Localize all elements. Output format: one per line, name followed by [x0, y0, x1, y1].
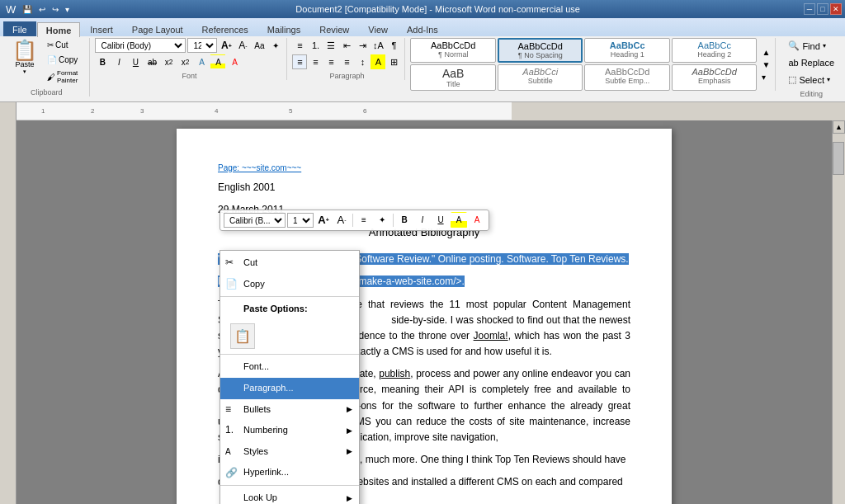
menu-item-paste-icons[interactable]: 📋: [220, 320, 359, 353]
mini-grow-button[interactable]: A+: [315, 212, 332, 228]
italic-button[interactable]: I: [111, 54, 126, 69]
editing-group-label: Editing: [784, 90, 838, 98]
numbering-menu-icon: 1.: [225, 422, 234, 438]
find-button[interactable]: 🔍 Find ▾: [784, 38, 838, 54]
show-hide-button[interactable]: ¶: [386, 38, 401, 53]
shrink-font-button[interactable]: A-: [235, 38, 250, 53]
style-heading1[interactable]: AaBbCc Heading 1: [584, 38, 670, 63]
maximize-button[interactable]: □: [817, 3, 828, 15]
line-spacing-button[interactable]: ↕: [355, 54, 370, 69]
mini-italic-button[interactable]: I: [414, 212, 431, 228]
styles-scroll-up[interactable]: ▲: [760, 46, 772, 59]
tab-add-ins[interactable]: Add-Ins: [398, 21, 447, 36]
clear-format-button[interactable]: ✦: [268, 38, 283, 53]
text-effects-button[interactable]: A: [194, 54, 209, 69]
joomla-link[interactable]: Joomla!: [474, 330, 508, 341]
menu-item-bullets[interactable]: ≡ Bullets ▶: [220, 399, 359, 421]
justify-button[interactable]: ≡: [339, 54, 354, 69]
select-button[interactable]: ⬚ Select ▾: [784, 72, 838, 87]
mini-format-button[interactable]: ≡: [356, 212, 372, 228]
strikethrough-button[interactable]: ab: [144, 54, 159, 69]
bullets-button[interactable]: ≡: [292, 38, 307, 53]
superscript-button[interactable]: x2: [177, 54, 192, 69]
paste-option-icon[interactable]: 📋: [230, 323, 255, 350]
align-right-button[interactable]: ≡: [323, 54, 338, 69]
change-case-button[interactable]: Aa: [252, 38, 267, 53]
grow-font-button[interactable]: A+: [219, 38, 234, 53]
paste-button[interactable]: 📋 Paste ▾: [7, 38, 43, 87]
align-left-button[interactable]: ≡: [292, 54, 307, 69]
style-subtle-emphasis[interactable]: AaBbCcDd Subtle Emp...: [584, 64, 670, 91]
format-painter-button[interactable]: 🖌 Format Painter: [45, 68, 86, 87]
tab-home[interactable]: Home: [37, 22, 81, 37]
tab-insert[interactable]: Insert: [81, 21, 122, 36]
minimize-button[interactable]: ─: [804, 3, 815, 15]
document-scroll[interactable]: Page: ~~~site.com~~~ English 2001 29 Mar…: [17, 120, 832, 504]
mini-bold-button[interactable]: B: [396, 212, 413, 228]
font-name-select[interactable]: Calibri (Body): [95, 38, 186, 53]
close-button[interactable]: ✕: [830, 3, 842, 15]
style-title[interactable]: AaB Title: [410, 64, 496, 91]
sort-button[interactable]: ↕A: [371, 38, 385, 53]
more-quick-btn[interactable]: ▾: [63, 4, 72, 15]
mini-highlight-button[interactable]: A: [451, 212, 467, 228]
increase-indent-button[interactable]: ⇥: [355, 38, 370, 53]
tab-references[interactable]: References: [193, 21, 257, 36]
borders-button[interactable]: ⊞: [386, 54, 401, 69]
styles-more[interactable]: ▾: [760, 71, 772, 83]
style-title-text: AaB: [418, 67, 489, 80]
menu-item-font[interactable]: Font...: [220, 356, 359, 378]
style-heading2[interactable]: AaBbCc Heading 2: [672, 38, 758, 63]
menu-item-hyperlink[interactable]: 🔗 Hyperlink...: [220, 462, 359, 483]
subscript-button[interactable]: x2: [161, 54, 176, 69]
mini-font-select[interactable]: Calibri (B...: [224, 213, 286, 228]
multilevel-list-button[interactable]: ☰: [323, 38, 338, 53]
tab-page-layout[interactable]: Page Layout: [123, 21, 192, 36]
replace-button[interactable]: ab Replace: [784, 55, 838, 70]
tab-mailings[interactable]: Mailings: [258, 21, 309, 36]
menu-item-lookup[interactable]: Look Up ▶: [220, 488, 359, 504]
tab-view[interactable]: View: [359, 21, 397, 36]
style-normal[interactable]: AaBbCcDd ¶ Normal: [410, 38, 496, 63]
styles-scroll-down[interactable]: ▼: [760, 59, 772, 71]
numbering-button[interactable]: 1.: [308, 38, 323, 53]
scroll-track[interactable]: [833, 134, 845, 504]
tab-file[interactable]: File: [3, 21, 36, 36]
redo-quick-btn[interactable]: ↪: [50, 4, 61, 15]
document-page[interactable]: Page: ~~~site.com~~~ English 2001 29 Mar…: [177, 129, 672, 504]
bold-button[interactable]: B: [95, 54, 110, 69]
align-center-button[interactable]: ≡: [308, 54, 323, 69]
style-subtitle[interactable]: AaBbCci Subtitle: [498, 64, 583, 91]
style-emphasis[interactable]: AaBbCcDd Emphasis: [672, 64, 758, 91]
font-size-select[interactable]: 12: [187, 38, 217, 53]
menu-item-cut[interactable]: ✂ Cut: [220, 252, 359, 274]
vertical-scrollbar: ▲ ▼: [832, 120, 845, 504]
scroll-up-button[interactable]: ▲: [833, 120, 845, 134]
save-quick-btn[interactable]: 💾: [20, 4, 35, 15]
scroll-thumb[interactable]: [833, 142, 844, 175]
menu-item-numbering[interactable]: 1. Numbering ▶: [220, 420, 359, 441]
menu-item-copy[interactable]: 📄 Copy: [220, 274, 359, 295]
mini-clear-button[interactable]: ✦: [374, 212, 390, 228]
menu-item-styles[interactable]: A Styles ▶: [220, 441, 359, 463]
decrease-indent-button[interactable]: ⇤: [339, 38, 354, 53]
highlight-color-button[interactable]: A: [210, 54, 225, 69]
mini-size-select[interactable]: 12: [287, 213, 314, 228]
copy-button[interactable]: 📄 Copy: [45, 53, 86, 67]
page-header-link[interactable]: Page: ~~~site.com~~~: [218, 162, 630, 175]
style-no-spacing[interactable]: AaBbCcDd ¶ No Spacing: [498, 38, 583, 63]
undo-quick-btn[interactable]: ↩: [36, 4, 48, 15]
menu-item-paragraph[interactable]: Paragraph...: [220, 378, 359, 399]
clipboard-side-buttons: ✂ Cut 📄 Copy 🖌 Format Painter: [45, 38, 86, 87]
clipboard-group-label: Clipboard: [7, 88, 86, 97]
mini-underline-button[interactable]: U: [432, 212, 449, 228]
underline-button[interactable]: U: [128, 54, 143, 69]
tab-review[interactable]: Review: [310, 21, 358, 36]
mini-font-color-button[interactable]: A: [469, 212, 485, 228]
mini-shrink-button[interactable]: A-: [333, 212, 350, 228]
font-color-button[interactable]: A: [227, 54, 242, 69]
shading-button[interactable]: A: [371, 54, 385, 69]
publish-link[interactable]: publish: [379, 368, 410, 379]
app-body: 1 2 3 4 5 6 Page: ~~~site.com~~~ English…: [0, 102, 845, 504]
cut-button[interactable]: ✂ Cut: [45, 38, 86, 52]
